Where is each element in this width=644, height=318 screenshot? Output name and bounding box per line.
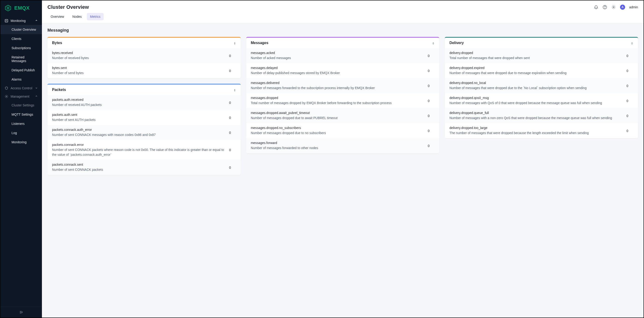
metric-desc: Number of sent CONNACK packets where rea… bbox=[52, 147, 226, 157]
metric-name: messages.dropped.await_pubrel_timeout bbox=[251, 111, 424, 115]
help-icon[interactable] bbox=[602, 5, 607, 10]
metric-desc: Number of sent AUTH packets bbox=[52, 117, 226, 122]
metric-name: bytes.received bbox=[52, 51, 226, 55]
metric-value: 0 bbox=[626, 99, 634, 103]
nav-group-management[interactable]: Management bbox=[0, 92, 42, 101]
sidebar-item-cluster-overview[interactable]: Cluster Overview bbox=[0, 25, 42, 34]
sidebar-item-monitoring-settings[interactable]: Monitoring bbox=[0, 137, 42, 147]
card-title: Bytes bbox=[52, 41, 62, 45]
metric-row: packets.auth.sentNumber of sent AUTH pac… bbox=[48, 110, 241, 125]
logo[interactable]: EMQX bbox=[0, 1, 42, 17]
page-title: Cluster Overview bbox=[48, 4, 89, 10]
sort-icon[interactable] bbox=[631, 42, 634, 44]
metric-name: bytes.sent bbox=[52, 66, 226, 70]
nav-group-monitoring[interactable]: Monitoring bbox=[0, 17, 42, 25]
sidebar-item-alarms[interactable]: Alarms bbox=[0, 75, 42, 84]
metric-desc: Number of messages that were dropped due… bbox=[449, 86, 623, 90]
tab-overview[interactable]: Overview bbox=[48, 13, 67, 20]
logo-icon bbox=[4, 5, 12, 12]
metric-row: delivery.dropped.queue_fullNumber of mes… bbox=[445, 108, 638, 123]
svg-point-13 bbox=[604, 8, 605, 8]
nav-group-label: Monitoring bbox=[10, 19, 26, 23]
sidebar-item-mqtt-settings[interactable]: MQTT Settings bbox=[0, 110, 42, 119]
metric-value: 0 bbox=[626, 69, 634, 73]
sort-icon[interactable] bbox=[233, 88, 236, 91]
sidebar-item-cluster-settings[interactable]: Cluster Settings bbox=[0, 101, 42, 110]
tab-nodes[interactable]: Nodes bbox=[69, 13, 85, 20]
metric-value: 0 bbox=[229, 131, 236, 134]
card-title: Packets bbox=[52, 88, 66, 92]
metric-desc: Number of received AUTH packets bbox=[52, 102, 226, 107]
bell-icon[interactable] bbox=[594, 5, 598, 10]
username[interactable]: admin bbox=[629, 5, 638, 9]
metric-name: delivery.dropped bbox=[449, 51, 623, 55]
metric-desc: Number of messages dropped due to await … bbox=[251, 116, 424, 120]
metric-name: delivery.dropped.qos0_msg bbox=[449, 96, 623, 100]
sidebar-item-delayed-publish[interactable]: Delayed Publish bbox=[0, 66, 42, 75]
metric-row: messages.deliveredNumber of messages for… bbox=[246, 78, 440, 93]
metric-row: packets.connack.errorNumber of sent CONN… bbox=[48, 140, 241, 160]
brand-text: EMQX bbox=[14, 5, 30, 11]
monitoring-icon bbox=[4, 19, 8, 23]
svg-marker-18 bbox=[234, 90, 236, 91]
metric-desc: The number of messages that were dropped… bbox=[449, 131, 623, 135]
settings-icon[interactable] bbox=[611, 5, 616, 10]
sidebar-item-retained-messages[interactable]: Retained Messages bbox=[0, 53, 42, 66]
metric-value: 0 bbox=[229, 101, 236, 104]
nav: Monitoring Cluster Overview Clients Subs… bbox=[0, 17, 42, 307]
svg-point-8 bbox=[6, 96, 7, 97]
metric-desc: Number of messages dropped due to no sub… bbox=[251, 131, 424, 135]
metric-value: 0 bbox=[428, 144, 435, 148]
metric-value: 0 bbox=[428, 84, 435, 88]
metric-row: delivery.droppedTotal number of messages… bbox=[445, 48, 638, 63]
avatar[interactable]: A bbox=[620, 5, 625, 10]
metric-desc: Number of messages that were dropped due… bbox=[449, 71, 623, 75]
svg-marker-17 bbox=[234, 89, 236, 90]
section-title: Messaging bbox=[48, 28, 638, 33]
sidebar-item-clients[interactable]: Clients bbox=[0, 34, 42, 43]
sort-icon[interactable] bbox=[233, 42, 236, 44]
sidebar-item-listeners[interactable]: Listeners bbox=[0, 119, 42, 128]
nav-group-label: Management bbox=[10, 95, 30, 98]
nav-group-access-control[interactable]: Access Control bbox=[0, 84, 42, 92]
metric-name: packets.connack.sent bbox=[52, 163, 226, 166]
metric-name: messages.acked bbox=[251, 51, 424, 55]
metric-value: 0 bbox=[428, 129, 435, 133]
header: Cluster Overview A admin Overview bbox=[42, 1, 644, 23]
card-messages: Messages messages.ackedNumber of acked m… bbox=[246, 37, 440, 153]
shield-icon bbox=[4, 86, 8, 90]
metric-name: messages.delayed bbox=[251, 66, 424, 70]
collapse-sidebar-button[interactable] bbox=[19, 310, 23, 314]
metric-row: delivery.dropped.expiredNumber of messag… bbox=[445, 63, 638, 78]
metric-name: packets.connack.auth_error bbox=[52, 128, 226, 131]
content: Messaging Bytes bytes.receivedNumber of … bbox=[42, 23, 644, 317]
svg-marker-19 bbox=[432, 42, 434, 43]
metric-name: packets.auth.sent bbox=[52, 113, 226, 116]
svg-marker-15 bbox=[234, 42, 236, 43]
sidebar-item-subscriptions[interactable]: Subscriptions bbox=[0, 43, 42, 53]
metric-value: 0 bbox=[229, 148, 236, 152]
metric-name: messages.delivered bbox=[251, 81, 424, 85]
sidebar-item-log[interactable]: Log bbox=[0, 128, 42, 137]
metric-desc: Number of acked messages bbox=[251, 56, 424, 60]
card-title: Messages bbox=[251, 41, 268, 45]
metric-row: packets.connack.sentNumber of sent CONNA… bbox=[48, 160, 241, 175]
metric-row: messages.forwardNumber of messages forwa… bbox=[246, 138, 440, 153]
sidebar: EMQX Monitoring Cluster Overview Clients… bbox=[0, 1, 42, 317]
tab-metrics[interactable]: Metrics bbox=[87, 13, 104, 20]
chevron-down-icon bbox=[35, 86, 38, 90]
metric-row: messages.droppedTotal number of messages… bbox=[246, 93, 440, 108]
metric-desc: Number of sent CONNACK messages with rea… bbox=[52, 132, 226, 137]
svg-marker-21 bbox=[631, 42, 633, 43]
metric-value: 0 bbox=[626, 114, 634, 118]
metric-desc: Number of send bytes bbox=[52, 71, 226, 75]
metric-value: 0 bbox=[428, 114, 435, 118]
metric-row: packets.auth.receivedNumber of received … bbox=[48, 95, 241, 110]
metric-row: messages.ackedNumber of acked messages0 bbox=[246, 48, 440, 63]
svg-marker-22 bbox=[631, 44, 633, 45]
metric-row: delivery.dropped.qos0_msgNumber of messa… bbox=[445, 93, 638, 108]
sort-icon[interactable] bbox=[432, 42, 435, 44]
svg-point-14 bbox=[613, 7, 614, 8]
tabs: Overview Nodes Metrics bbox=[42, 13, 644, 23]
metric-value: 0 bbox=[626, 54, 634, 58]
